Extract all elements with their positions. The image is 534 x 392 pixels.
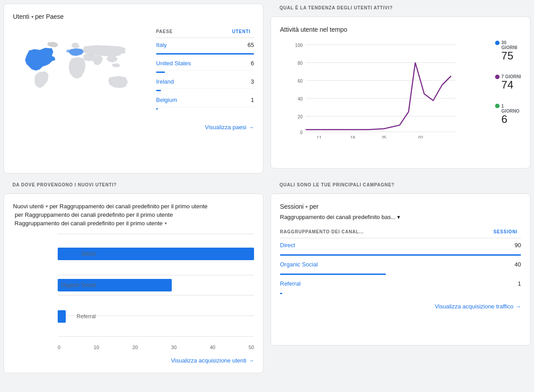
campaign-bar-row bbox=[280, 271, 521, 277]
country-row: United States6 bbox=[156, 56, 254, 71]
country-row: Ireland3 bbox=[156, 75, 254, 89]
bar-row-container: Organic Social bbox=[58, 277, 254, 293]
x-label: 30 bbox=[171, 345, 177, 350]
legend-7-giorni: 7 GIORNI 74 bbox=[495, 74, 521, 91]
campaign-bar-row bbox=[280, 291, 521, 296]
bar-chart-area: DirectOrganic SocialReferral 01020304050 bbox=[13, 234, 254, 350]
country-table: Paese Utenti Italy65United States6Irelan… bbox=[156, 27, 254, 111]
campaign-row: Referral1 bbox=[280, 277, 521, 291]
channel-title-metric: Nuovi utenti bbox=[13, 203, 44, 210]
campaign-bar-row bbox=[280, 252, 521, 257]
svg-text:25: 25 bbox=[381, 135, 387, 139]
bar-label: Direct bbox=[58, 251, 100, 257]
x-axis-labels: 01020304050 bbox=[58, 345, 254, 350]
campaign-sessions: 90 bbox=[463, 238, 521, 253]
visualizza-acquisizione-link[interactable]: Visualizza acquisizione utenti → bbox=[13, 357, 254, 364]
x-label: 20 bbox=[132, 345, 138, 350]
svg-text:20: 20 bbox=[297, 114, 303, 119]
campaign-channel: Referral bbox=[280, 277, 463, 291]
svg-text:02: 02 bbox=[418, 135, 424, 139]
activity-title: Attività utente nel tempo bbox=[280, 26, 347, 33]
country-row: Belgium1 bbox=[156, 93, 254, 107]
campaigns-title-per: per bbox=[309, 203, 318, 210]
country-bar-row bbox=[156, 89, 254, 93]
svg-text:40: 40 bbox=[297, 97, 303, 101]
country-bar-row bbox=[156, 107, 254, 112]
map-title-suffix: per Paese bbox=[35, 13, 64, 20]
country-name: Italy bbox=[156, 38, 216, 52]
channel-card-title: Nuovi utenti ▾ per Raggruppamento dei ca… bbox=[13, 203, 254, 227]
country-name: Belgium bbox=[156, 93, 216, 107]
campaign-sessions: 40 bbox=[463, 257, 521, 271]
svg-text:18: 18 bbox=[350, 135, 356, 139]
x-label: 10 bbox=[93, 345, 99, 350]
campaigns-table: Raggruppamento dei canal... Sessioni Dir… bbox=[280, 228, 521, 296]
visualizza-traffico-link[interactable]: Visualizza acquisizione traffico → bbox=[280, 303, 521, 310]
world-map bbox=[13, 27, 147, 117]
campaign-channel: Organic Social bbox=[280, 257, 463, 271]
activity-card-title: Attività utente nel tempo bbox=[280, 26, 521, 33]
map-section: Paese Utenti Italy65United States6Irelan… bbox=[13, 27, 254, 117]
col-sessions-header: Sessioni bbox=[463, 228, 521, 238]
col-channel-header: Raggruppamento dei canal... bbox=[280, 228, 463, 238]
svg-text:80: 80 bbox=[297, 61, 303, 66]
map-title-metric: Utenti bbox=[13, 13, 30, 20]
country-bar bbox=[156, 89, 254, 93]
channel-section-label: Da dove provengono i nuovi utenti? bbox=[0, 177, 267, 190]
chart-legend: 30 GIORNI 75 7 GIORNI 74 bbox=[492, 40, 521, 139]
country-row: Italy65 bbox=[156, 38, 254, 52]
channel-title-dropdown2[interactable]: ▾ bbox=[165, 221, 167, 226]
x-label: 40 bbox=[210, 345, 215, 350]
legend-1-giorno: 1 GIORNO 6 bbox=[495, 104, 521, 125]
country-bar bbox=[156, 71, 254, 75]
campaigns-title-metric: Sessioni bbox=[280, 203, 304, 210]
channel-title-dropdown[interactable]: ▾ bbox=[46, 204, 48, 209]
channel-title-suffix: per Raggruppamento dei canali predefinit… bbox=[50, 203, 208, 210]
campaign-row: Organic Social40 bbox=[280, 257, 521, 271]
country-users: 6 bbox=[216, 56, 254, 71]
map-title-dropdown[interactable]: ▾ bbox=[31, 14, 34, 19]
channel-title-dimension: per Raggruppamento dei canali predefinit… bbox=[15, 211, 173, 218]
campaigns-card-title: Sessioni ▾ per bbox=[280, 203, 521, 210]
bar-label: Referral bbox=[58, 313, 100, 320]
activity-section-label: Qual è la tendenza degli utenti attivi? bbox=[267, 0, 534, 13]
campaign-sessions: 1 bbox=[463, 277, 521, 291]
svg-text:0: 0 bbox=[300, 130, 303, 135]
legend-30-giorni: 30 GIORNI 75 bbox=[495, 40, 521, 62]
col-users: Utenti bbox=[216, 27, 254, 38]
col-country: Paese bbox=[156, 27, 216, 38]
campaigns-section-label: Quali sono le tue principali campagne? bbox=[267, 177, 534, 190]
country-users: 1 bbox=[216, 93, 254, 107]
campaign-row: Direct90 bbox=[280, 238, 521, 253]
channel-title-dimension-full: Raggruppamento dei canali predefinito pe… bbox=[13, 220, 163, 227]
campaigns-subtitle: Raggruppamento dei canali predefinito ba… bbox=[280, 214, 521, 220]
campaign-bar bbox=[280, 252, 521, 257]
country-bar bbox=[156, 52, 254, 57]
activity-chart-container: 100 80 60 40 20 0 bbox=[280, 40, 521, 139]
map-card-title: Utenti ▾ per Paese bbox=[13, 13, 254, 20]
country-users: 3 bbox=[216, 75, 254, 89]
country-bar bbox=[156, 107, 254, 112]
bar-row-container: Referral bbox=[58, 308, 254, 325]
svg-text:60: 60 bbox=[297, 79, 303, 84]
country-name: Ireland bbox=[156, 75, 216, 89]
country-bar-row bbox=[156, 71, 254, 75]
campaigns-dropdown[interactable]: ▾ bbox=[305, 204, 308, 209]
bar-label: Organic Social bbox=[58, 282, 100, 288]
country-name: United States bbox=[156, 56, 216, 71]
visualizza-paesi-link[interactable]: Visualizza paesi → bbox=[13, 124, 254, 131]
campaign-channel: Direct bbox=[280, 238, 463, 253]
campaign-bar bbox=[280, 271, 521, 277]
x-label: 0 bbox=[58, 345, 60, 350]
svg-text:11: 11 bbox=[317, 135, 322, 139]
bar-chart-bars: DirectOrganic SocialReferral bbox=[58, 234, 254, 337]
campaign-bar bbox=[280, 291, 521, 296]
country-users: 65 bbox=[216, 38, 254, 52]
x-label: 50 bbox=[249, 345, 254, 350]
country-bar-row bbox=[156, 52, 254, 57]
line-chart-area: 100 80 60 40 20 0 bbox=[280, 40, 488, 139]
svg-text:100: 100 bbox=[295, 43, 303, 48]
bar-row-container: Direct bbox=[58, 246, 254, 262]
